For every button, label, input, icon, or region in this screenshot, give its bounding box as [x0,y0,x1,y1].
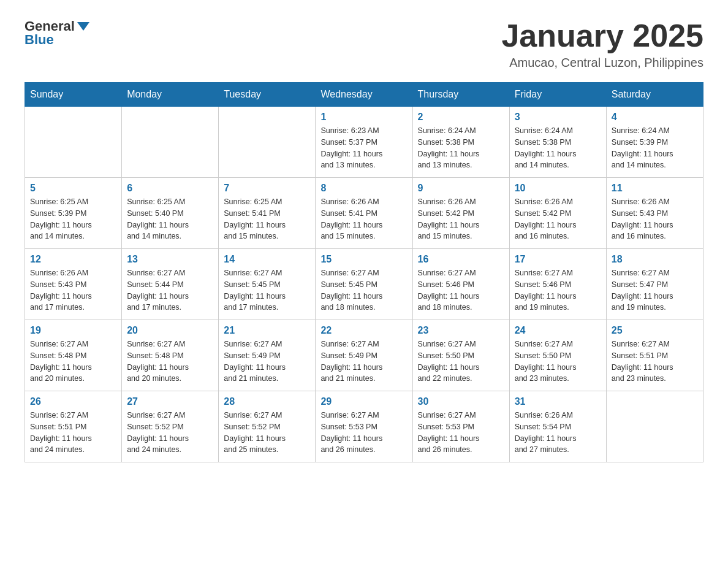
day-number: 9 [418,183,504,194]
day-info: Sunrise: 6:27 AM Sunset: 5:46 PM Dayligh… [418,267,504,313]
calendar-cell: 30Sunrise: 6:27 AM Sunset: 5:53 PM Dayli… [412,391,509,462]
calendar-cell: 24Sunrise: 6:27 AM Sunset: 5:50 PM Dayli… [509,320,606,391]
day-info: Sunrise: 6:26 AM Sunset: 5:42 PM Dayligh… [515,196,601,242]
calendar-cell [606,391,703,462]
day-info: Sunrise: 6:25 AM Sunset: 5:41 PM Dayligh… [224,196,310,242]
day-number: 23 [418,325,504,336]
logo-blue: Blue [25,32,54,48]
calendar-week-row: 12Sunrise: 6:26 AM Sunset: 5:43 PM Dayli… [25,249,703,320]
calendar-header-wednesday: Wednesday [316,83,412,107]
calendar-cell: 8Sunrise: 6:26 AM Sunset: 5:41 PM Daylig… [316,178,412,249]
calendar-cell: 9Sunrise: 6:26 AM Sunset: 5:42 PM Daylig… [412,178,509,249]
calendar-header-row: SundayMondayTuesdayWednesdayThursdayFrid… [25,83,703,107]
day-number: 25 [612,325,698,336]
day-number: 1 [320,112,407,123]
day-number: 22 [320,325,407,336]
day-number: 30 [418,396,504,407]
calendar-week-row: 5Sunrise: 6:25 AM Sunset: 5:39 PM Daylig… [25,178,703,249]
day-number: 15 [320,254,407,265]
calendar-cell: 2Sunrise: 6:24 AM Sunset: 5:38 PM Daylig… [412,107,509,178]
day-info: Sunrise: 6:27 AM Sunset: 5:52 PM Dayligh… [127,410,213,456]
calendar-header-friday: Friday [509,83,606,107]
day-number: 8 [320,183,407,194]
calendar-header-sunday: Sunday [25,83,122,107]
calendar-cell: 27Sunrise: 6:27 AM Sunset: 5:52 PM Dayli… [122,391,219,462]
day-number: 18 [612,254,698,265]
day-number: 14 [224,254,310,265]
day-info: Sunrise: 6:27 AM Sunset: 5:45 PM Dayligh… [224,267,310,313]
day-info: Sunrise: 6:26 AM Sunset: 5:43 PM Dayligh… [30,267,116,313]
day-info: Sunrise: 6:27 AM Sunset: 5:49 PM Dayligh… [224,339,310,385]
calendar-cell [25,107,122,178]
calendar-cell: 19Sunrise: 6:27 AM Sunset: 5:48 PM Dayli… [25,320,122,391]
day-info: Sunrise: 6:24 AM Sunset: 5:38 PM Dayligh… [515,125,601,171]
day-info: Sunrise: 6:24 AM Sunset: 5:39 PM Dayligh… [612,125,698,171]
calendar-cell [219,107,316,178]
location-title: Amucao, Central Luzon, Philippines [501,56,703,70]
calendar-cell: 4Sunrise: 6:24 AM Sunset: 5:39 PM Daylig… [606,107,703,178]
day-info: Sunrise: 6:27 AM Sunset: 5:50 PM Dayligh… [418,339,504,385]
day-number: 13 [127,254,213,265]
calendar-cell: 12Sunrise: 6:26 AM Sunset: 5:43 PM Dayli… [25,249,122,320]
day-info: Sunrise: 6:27 AM Sunset: 5:44 PM Dayligh… [127,267,213,313]
calendar-cell: 20Sunrise: 6:27 AM Sunset: 5:48 PM Dayli… [122,320,219,391]
calendar-cell: 23Sunrise: 6:27 AM Sunset: 5:50 PM Dayli… [412,320,509,391]
day-info: Sunrise: 6:27 AM Sunset: 5:45 PM Dayligh… [320,267,407,313]
calendar-cell: 5Sunrise: 6:25 AM Sunset: 5:39 PM Daylig… [25,178,122,249]
day-info: Sunrise: 6:27 AM Sunset: 5:49 PM Dayligh… [320,339,407,385]
calendar-cell: 13Sunrise: 6:27 AM Sunset: 5:44 PM Dayli… [122,249,219,320]
calendar-week-row: 19Sunrise: 6:27 AM Sunset: 5:48 PM Dayli… [25,320,703,391]
calendar-cell: 7Sunrise: 6:25 AM Sunset: 5:41 PM Daylig… [219,178,316,249]
day-info: Sunrise: 6:26 AM Sunset: 5:42 PM Dayligh… [418,196,504,242]
day-info: Sunrise: 6:26 AM Sunset: 5:41 PM Dayligh… [320,196,407,242]
day-info: Sunrise: 6:27 AM Sunset: 5:47 PM Dayligh… [612,267,698,313]
calendar-cell: 21Sunrise: 6:27 AM Sunset: 5:49 PM Dayli… [219,320,316,391]
day-number: 27 [127,396,213,407]
logo: General Blue [25,18,89,48]
day-number: 2 [418,112,504,123]
calendar-header-monday: Monday [122,83,219,107]
calendar-header-tuesday: Tuesday [219,83,316,107]
day-number: 4 [612,112,698,123]
calendar-cell: 15Sunrise: 6:27 AM Sunset: 5:45 PM Dayli… [316,249,412,320]
page-header: General Blue January 2025 Amucao, Centra… [25,18,703,70]
day-info: Sunrise: 6:27 AM Sunset: 5:52 PM Dayligh… [224,410,310,456]
calendar-cell: 6Sunrise: 6:25 AM Sunset: 5:40 PM Daylig… [122,178,219,249]
calendar-cell: 18Sunrise: 6:27 AM Sunset: 5:47 PM Dayli… [606,249,703,320]
day-info: Sunrise: 6:27 AM Sunset: 5:53 PM Dayligh… [418,410,504,456]
day-number: 5 [30,183,116,194]
day-number: 11 [612,183,698,194]
calendar-table: SundayMondayTuesdayWednesdayThursdayFrid… [25,82,703,462]
day-number: 10 [515,183,601,194]
day-number: 20 [127,325,213,336]
day-info: Sunrise: 6:24 AM Sunset: 5:38 PM Dayligh… [418,125,504,171]
calendar-cell: 31Sunrise: 6:26 AM Sunset: 5:54 PM Dayli… [509,391,606,462]
calendar-cell: 14Sunrise: 6:27 AM Sunset: 5:45 PM Dayli… [219,249,316,320]
calendar-cell: 26Sunrise: 6:27 AM Sunset: 5:51 PM Dayli… [25,391,122,462]
logo-triangle-icon [77,22,89,31]
calendar-cell: 10Sunrise: 6:26 AM Sunset: 5:42 PM Dayli… [509,178,606,249]
day-info: Sunrise: 6:27 AM Sunset: 5:46 PM Dayligh… [515,267,601,313]
day-info: Sunrise: 6:26 AM Sunset: 5:43 PM Dayligh… [612,196,698,242]
calendar-week-row: 26Sunrise: 6:27 AM Sunset: 5:51 PM Dayli… [25,391,703,462]
calendar-cell: 28Sunrise: 6:27 AM Sunset: 5:52 PM Dayli… [219,391,316,462]
day-number: 28 [224,396,310,407]
calendar-cell: 3Sunrise: 6:24 AM Sunset: 5:38 PM Daylig… [509,107,606,178]
day-number: 3 [515,112,601,123]
day-number: 12 [30,254,116,265]
calendar-header-thursday: Thursday [412,83,509,107]
calendar-cell: 25Sunrise: 6:27 AM Sunset: 5:51 PM Dayli… [606,320,703,391]
day-number: 21 [224,325,310,336]
calendar-cell [122,107,219,178]
day-number: 19 [30,325,116,336]
month-title: January 2025 [501,18,703,53]
day-info: Sunrise: 6:25 AM Sunset: 5:40 PM Dayligh… [127,196,213,242]
day-number: 31 [515,396,601,407]
calendar-header-saturday: Saturday [606,83,703,107]
title-block: January 2025 Amucao, Central Luzon, Phil… [501,18,703,70]
calendar-cell: 1Sunrise: 6:23 AM Sunset: 5:37 PM Daylig… [316,107,412,178]
day-number: 26 [30,396,116,407]
day-number: 7 [224,183,310,194]
day-info: Sunrise: 6:26 AM Sunset: 5:54 PM Dayligh… [515,410,601,456]
calendar-week-row: 1Sunrise: 6:23 AM Sunset: 5:37 PM Daylig… [25,107,703,178]
